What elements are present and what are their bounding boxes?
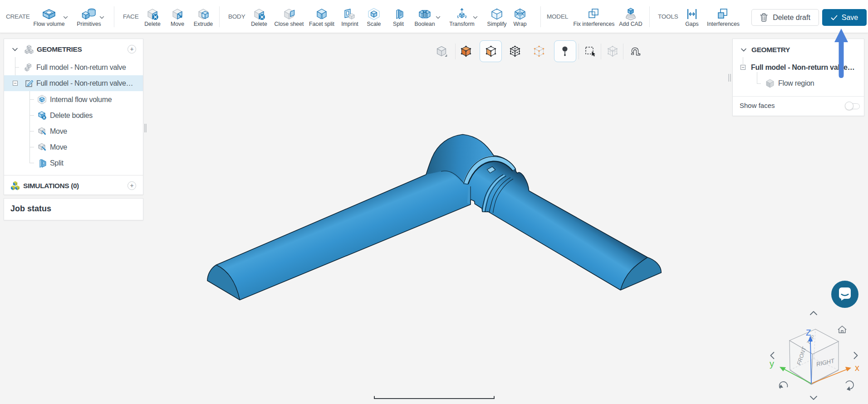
svg-text:x: x (855, 363, 859, 373)
svg-text:y: y (770, 359, 774, 369)
svg-text:Z: Z (806, 328, 811, 337)
